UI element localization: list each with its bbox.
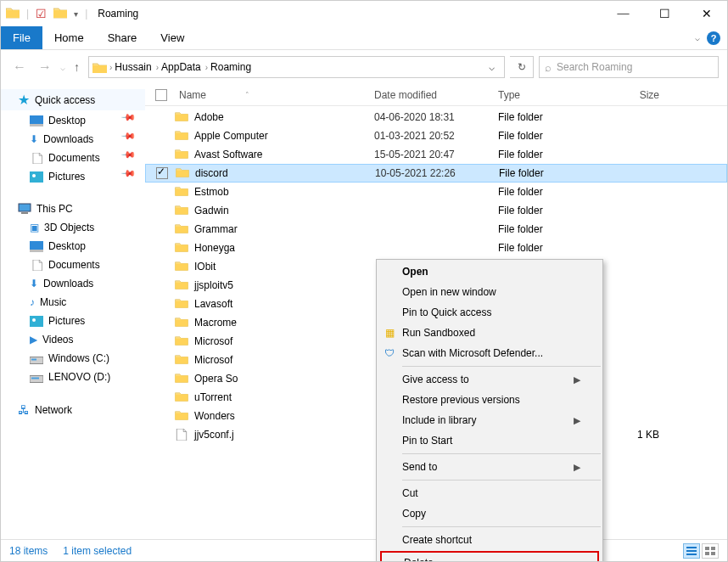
tab-view[interactable]: View bbox=[148, 26, 196, 49]
nav-desktop-pc[interactable]: Desktop bbox=[1, 238, 145, 255]
ctx-give-access[interactable]: Give access to▶ bbox=[377, 369, 602, 390]
nav-quick-access[interactable]: ★ Quick access bbox=[1, 89, 145, 110]
breadcrumb-item[interactable]: Hussain bbox=[115, 61, 153, 73]
folder-icon bbox=[174, 186, 189, 198]
qat-dropdown-icon[interactable]: ▾ bbox=[74, 9, 78, 19]
status-selected-count: 1 item selected bbox=[63, 545, 132, 557]
nav-3d-objects[interactable]: ▣3D Objects bbox=[1, 219, 145, 236]
select-all-checkbox[interactable] bbox=[155, 89, 167, 101]
nav-downloads-pc[interactable]: ⬇Downloads bbox=[1, 275, 145, 292]
ctx-separator bbox=[402, 366, 601, 367]
breadcrumb-item[interactable]: Roaming bbox=[210, 61, 253, 73]
file-row[interactable]: GrammarFile folder bbox=[145, 220, 727, 239]
ctx-delete-highlight: Delete bbox=[380, 551, 599, 562]
file-type: File folder bbox=[498, 223, 605, 235]
column-size[interactable]: Size bbox=[640, 89, 659, 101]
file-row[interactable]: Adobe04-06-2020 18:31File folder bbox=[145, 108, 727, 126]
nav-this-pc[interactable]: This PC bbox=[1, 200, 145, 217]
tab-home[interactable]: Home bbox=[42, 26, 96, 49]
view-icons-button[interactable] bbox=[702, 543, 719, 559]
nav-videos[interactable]: ▶Videos bbox=[1, 331, 145, 348]
ctx-delete[interactable]: Delete bbox=[382, 553, 597, 562]
ctx-pin-quick-access[interactable]: Pin to Quick access bbox=[377, 302, 602, 323]
chevron-right-icon[interactable]: › bbox=[154, 63, 161, 72]
file-row[interactable]: Apple Computer01-03-2021 20:52File folde… bbox=[145, 126, 727, 145]
svg-rect-16 bbox=[686, 550, 697, 552]
address-bar[interactable]: › Hussain › AppData › Roaming ⌵ bbox=[88, 56, 505, 78]
ribbon-expand-icon[interactable]: ⌵ bbox=[695, 33, 700, 42]
help-icon[interactable]: ? bbox=[707, 31, 720, 45]
ctx-create-shortcut[interactable]: Create shortcut bbox=[377, 530, 602, 550]
content-area: Name ˄ Date modified Type Size Adobe04-0… bbox=[145, 84, 727, 539]
svg-rect-14 bbox=[31, 377, 39, 379]
file-row[interactable]: EstmobFile folder bbox=[145, 183, 727, 201]
file-type: File folder bbox=[498, 149, 605, 160]
nav-back-button[interactable]: ← bbox=[9, 59, 30, 75]
breadcrumb-item[interactable]: AppData bbox=[161, 61, 203, 73]
view-details-button[interactable] bbox=[683, 543, 700, 559]
nav-history-dropdown[interactable]: ⌵ bbox=[60, 63, 65, 72]
ctx-run-sandboxed[interactable]: ▦Run Sandboxed bbox=[377, 323, 602, 343]
nav-pictures-pc[interactable]: Pictures bbox=[1, 312, 145, 329]
file-name: Gadwin bbox=[194, 205, 229, 216]
nav-pictures[interactable]: Pictures📌 bbox=[1, 168, 145, 185]
nav-desktop[interactable]: Desktop📌 bbox=[1, 112, 145, 129]
file-row[interactable]: HoneygaFile folder bbox=[145, 239, 727, 257]
address-dropdown-icon[interactable]: ⌵ bbox=[482, 58, 501, 76]
chevron-right-icon[interactable]: › bbox=[107, 63, 115, 72]
ctx-open[interactable]: Open bbox=[377, 261, 602, 282]
column-date[interactable]: Date modified bbox=[374, 89, 437, 101]
column-type[interactable]: Type bbox=[498, 89, 520, 101]
close-button[interactable]: ✕ bbox=[687, 2, 725, 25]
ctx-cut[interactable]: Cut bbox=[377, 483, 602, 503]
tab-share[interactable]: Share bbox=[96, 26, 149, 49]
nav-forward-button[interactable]: → bbox=[35, 59, 55, 75]
ctx-restore-versions[interactable]: Restore previous versions bbox=[377, 390, 602, 410]
nav-documents-pc[interactable]: Documents bbox=[1, 256, 145, 273]
sandbox-icon: ▦ bbox=[382, 325, 397, 340]
file-type: File folder bbox=[499, 167, 606, 179]
pin-icon: 📌 bbox=[120, 110, 143, 132]
ctx-scan-defender[interactable]: 🛡Scan with Microsoft Defender... bbox=[377, 343, 602, 363]
qat-properties-icon[interactable]: ☑ bbox=[36, 7, 47, 20]
nav-data-drive[interactable]: LENOVO (D:) bbox=[1, 368, 145, 385]
svg-rect-6 bbox=[21, 212, 28, 214]
nav-documents[interactable]: Documents📌 bbox=[1, 149, 145, 166]
file-name: Apple Computer bbox=[194, 130, 268, 142]
ctx-send-to[interactable]: Send to▶ bbox=[377, 457, 602, 477]
ctx-pin-start[interactable]: Pin to Start bbox=[377, 430, 602, 451]
nav-up-button[interactable]: ↑ bbox=[70, 60, 83, 74]
file-row[interactable]: discord10-05-2021 22:26File folder bbox=[145, 164, 727, 183]
svg-rect-1 bbox=[30, 115, 43, 124]
file-name: Grammar bbox=[194, 223, 238, 235]
chevron-right-icon[interactable]: › bbox=[203, 63, 210, 72]
music-icon: ♪ bbox=[30, 296, 35, 308]
ctx-copy[interactable]: Copy bbox=[377, 503, 602, 524]
nav-network[interactable]: 🖧 Network bbox=[1, 401, 145, 419]
nav-os-drive[interactable]: Windows (C:) bbox=[1, 350, 145, 367]
video-icon: ▶ bbox=[30, 334, 37, 346]
svg-rect-15 bbox=[686, 547, 697, 548]
file-row[interactable]: Avast Software15-05-2021 20:47File folde… bbox=[145, 145, 727, 164]
svg-rect-18 bbox=[705, 547, 709, 550]
search-input[interactable]: ⌕ Search Roaming bbox=[539, 56, 719, 78]
maximize-button[interactable]: ☐ bbox=[646, 2, 684, 25]
svg-rect-17 bbox=[686, 554, 697, 555]
svg-point-10 bbox=[32, 318, 36, 322]
ctx-open-new-window[interactable]: Open in new window bbox=[377, 282, 602, 302]
column-name[interactable]: Name bbox=[179, 89, 206, 101]
refresh-button[interactable]: ↻ bbox=[510, 56, 534, 78]
qat-separator: | bbox=[85, 8, 87, 20]
file-name: IObit bbox=[194, 261, 216, 273]
folder-icon bbox=[92, 62, 107, 73]
minimize-button[interactable]: — bbox=[604, 2, 642, 25]
nav-downloads[interactable]: ⬇Downloads📌 bbox=[1, 131, 145, 148]
folder-icon bbox=[174, 298, 189, 310]
row-checkbox[interactable] bbox=[156, 167, 168, 179]
file-row[interactable]: GadwinFile folder bbox=[145, 201, 727, 220]
downloads-icon: ⬇ bbox=[30, 278, 38, 289]
tab-file[interactable]: File bbox=[1, 26, 42, 49]
nav-music[interactable]: ♪Music bbox=[1, 294, 145, 311]
ctx-include-library[interactable]: Include in library▶ bbox=[377, 410, 602, 430]
chevron-right-icon: ▶ bbox=[574, 462, 580, 473]
